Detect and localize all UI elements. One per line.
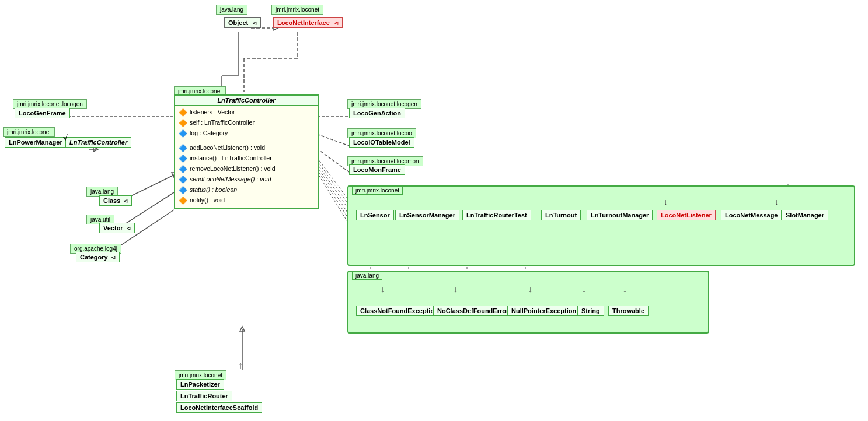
- loco-gen-action-box: LocoGenAction: [349, 108, 405, 118]
- loco-net-listener-box: LocoNetListener: [657, 210, 716, 220]
- svg-line-20: [317, 160, 347, 203]
- ln-power-manager-box: LnPowerManager: [5, 137, 67, 148]
- loco-mon-frame-box: LocoMonFrame: [349, 164, 405, 175]
- group-jmri-loconet-label: jmri.jmrix.loconet: [352, 186, 403, 195]
- loco-net-message-box: LocoNetMessage: [721, 210, 782, 220]
- category-box: Category ⊲: [76, 252, 120, 262]
- ln-traffic-router-box: LnTrafficRouter: [176, 391, 232, 401]
- ln-sensor-box: LnSensor: [356, 210, 394, 220]
- attr-icon-1: 🔶: [179, 107, 187, 118]
- ln-packetizer-box: LnPacketizer: [176, 379, 224, 390]
- up-arrow-bottom: ↑: [238, 360, 243, 371]
- uml-diagram: java.lang jmri.jmrix.loconet Object ⊲ Lo…: [0, 0, 868, 421]
- group-java-lang-label: java.lang: [352, 271, 382, 280]
- pkg-jmri-loconet-left: jmri.jmrix.loconet: [3, 127, 55, 137]
- vector-box: Vector ⊲: [99, 223, 135, 233]
- inherit-down-arrow: ↓: [664, 197, 668, 206]
- svg-line-24: [317, 172, 347, 222]
- attr-icon-3: 🔷: [179, 128, 187, 139]
- ln-turnout-box: LnTurnout: [541, 210, 581, 220]
- main-class-attrs: 🔶listeners : Vector 🔶self : LnTrafficCon…: [175, 106, 318, 141]
- loco-io-table-model-box: LocoIOTableModel: [349, 137, 414, 148]
- main-class-title: LnTrafficController: [175, 96, 318, 106]
- loconetinterface-box: LocoNetInterface ⊲: [273, 17, 343, 28]
- svg-line-21: [317, 163, 347, 208]
- loco-net-interface-scaffold-box: LocoNetInterfaceScaffold: [176, 402, 262, 413]
- inherit-down-arrow2: ↓: [775, 197, 779, 206]
- svg-marker-49: [240, 327, 245, 331]
- inherit-arrow-mark: √: [63, 133, 68, 142]
- pkg-java-lang-top: java.lang: [216, 5, 247, 15]
- svg-line-22: [317, 166, 347, 212]
- slot-manager-box: SlotManager: [782, 210, 828, 220]
- svg-line-23: [317, 169, 347, 217]
- svg-line-17: [317, 134, 349, 146]
- ln-sensor-manager-box: LnSensorManager: [395, 210, 459, 220]
- pkg-jmri-loconet-top: jmri.jmrix.loconet: [271, 5, 323, 15]
- ln-traffic-router-test-box: LnTrafficRouterTest: [462, 210, 531, 220]
- null-pointer-box: NullPointerException: [507, 306, 580, 316]
- svg-line-19: [317, 157, 347, 198]
- loco-gen-frame-box: LocoGenFrame: [15, 108, 70, 118]
- group-java-lang-bottom: java.lang ↓ ↓ ↓ ↓ ↓ ClassNotFoundExcepti…: [347, 271, 709, 334]
- main-class-methods: 🔷addLocoNetListener() : void 🔷instance()…: [175, 141, 318, 208]
- ln-traffic-controller-box: LnTrafficController 🔶listeners : Vector …: [174, 94, 319, 209]
- ln-traffic-controller-left-box: LnTrafficController: [65, 137, 131, 148]
- no-class-def-box: NoClassDefFoundError: [433, 306, 513, 316]
- svg-line-18: [317, 149, 349, 172]
- attr-icon-2: 🔶: [179, 118, 187, 128]
- throwable-box: Throwable: [608, 306, 649, 316]
- ln-turnout-manager-box: LnTurnoutManager: [587, 210, 653, 220]
- svg-marker-10: [93, 147, 98, 152]
- string-box: String: [577, 306, 604, 316]
- class-box: Class ⊲: [99, 195, 132, 206]
- class-not-found-box: ClassNotFoundException: [356, 306, 442, 316]
- group-jmri-loconet: jmri.jmrix.loconet LnSensor LnSensorMana…: [347, 185, 855, 266]
- object-box: Object ⊲: [224, 17, 261, 28]
